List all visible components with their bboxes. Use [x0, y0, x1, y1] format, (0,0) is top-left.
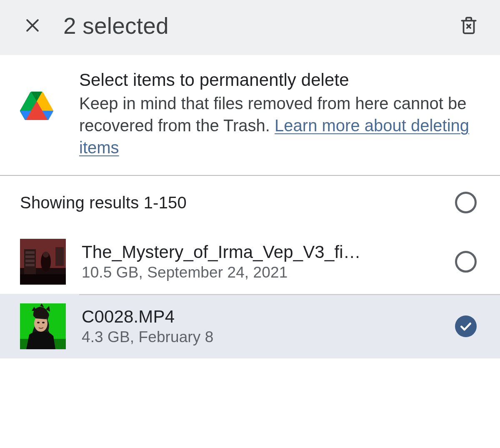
close-icon	[23, 16, 42, 36]
circle-checked-icon	[455, 315, 477, 337]
file-info: C0028.MP4 4.3 GB, February 8	[82, 307, 455, 346]
selection-count-label: 2 selected	[63, 13, 458, 39]
delete-notice: Select items to permanently delete Keep …	[0, 55, 500, 176]
svg-rect-17	[25, 260, 35, 262]
svg-rect-21	[55, 247, 64, 266]
results-count-label: Showing results 1-150	[20, 193, 455, 212]
file-meta: 10.5 GB, September 24, 2021	[82, 264, 447, 281]
selection-header: 2 selected	[0, 0, 500, 55]
row-divider	[79, 294, 500, 295]
svg-rect-16	[25, 255, 35, 258]
file-row[interactable]: C0028.MP4 4.3 GB, February 8	[0, 294, 500, 358]
svg-rect-15	[25, 251, 35, 254]
notice-body: Keep in mind that files removed from her…	[79, 93, 480, 158]
file-name: C0028.MP4	[82, 307, 447, 327]
svg-rect-22	[20, 274, 66, 285]
video-thumbnail	[20, 303, 66, 349]
file-name: The_Mystery_of_Irma_Vep_V3_fi…	[82, 242, 447, 262]
file-checkbox[interactable]	[455, 315, 477, 337]
svg-rect-18	[25, 264, 35, 266]
svg-point-27	[42, 322, 45, 323]
video-thumbnail	[20, 239, 66, 285]
file-checkbox[interactable]	[455, 251, 477, 273]
notice-text: Select items to permanently delete Keep …	[79, 70, 480, 158]
google-drive-icon	[20, 90, 53, 123]
results-header-row: Showing results 1-150	[0, 176, 500, 229]
file-row[interactable]: The_Mystery_of_Irma_Vep_V3_fi… 10.5 GB, …	[0, 229, 500, 294]
svg-point-26	[37, 322, 40, 323]
trash-x-icon	[458, 15, 479, 37]
close-button[interactable]	[23, 16, 42, 36]
select-all-checkbox[interactable]	[455, 192, 477, 213]
file-info: The_Mystery_of_Irma_Vep_V3_fi… 10.5 GB, …	[82, 242, 455, 281]
delete-forever-button[interactable]	[458, 15, 479, 37]
circle-unchecked-icon	[455, 251, 477, 273]
file-meta: 4.3 GB, February 8	[82, 328, 447, 346]
notice-title: Select items to permanently delete	[79, 70, 480, 90]
svg-point-20	[43, 252, 49, 258]
